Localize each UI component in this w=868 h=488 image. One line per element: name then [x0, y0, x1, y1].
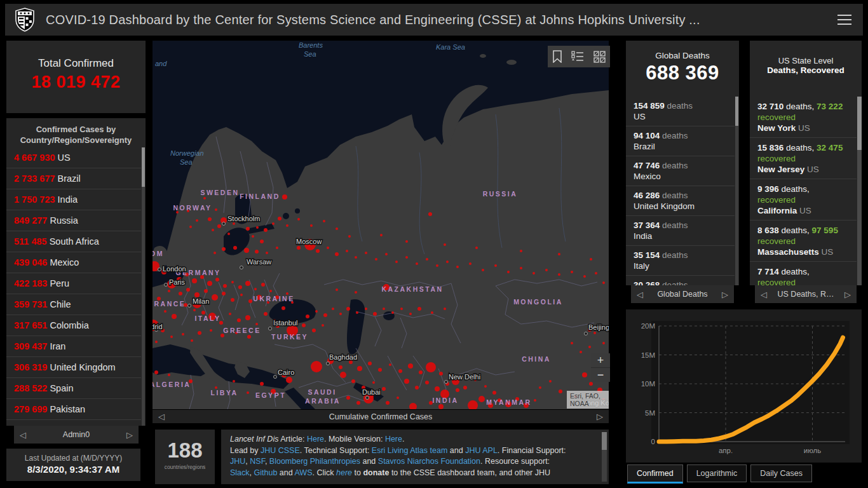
- case-dot[interactable]: [588, 346, 591, 348]
- global-deaths-list[interactable]: 154 859 deathsUS94 104 deathsBrazil47 74…: [626, 97, 735, 285]
- case-dot[interactable]: [385, 253, 388, 255]
- country-list[interactable]: 4 667 930 US2 733 677 Brazil1 750 723 In…: [6, 147, 141, 426]
- case-dot[interactable]: [231, 281, 234, 283]
- case-dot[interactable]: [428, 212, 432, 216]
- global-death-row[interactable]: 37 364 deathsIndia: [626, 216, 735, 246]
- info-link[interactable]: JHU: [230, 457, 245, 466]
- case-dot[interactable]: [245, 315, 250, 320]
- case-dot[interactable]: [193, 309, 196, 311]
- case-dot[interactable]: [231, 298, 234, 302]
- case-dot[interactable]: [431, 311, 433, 314]
- info-link[interactable]: Slack: [230, 468, 250, 477]
- global-death-row[interactable]: 30 268 deaths: [626, 276, 735, 285]
- case-dot[interactable]: [415, 386, 419, 390]
- case-dot[interactable]: [539, 386, 541, 389]
- case-dot[interactable]: [520, 250, 522, 252]
- case-dot[interactable]: [335, 252, 339, 256]
- case-dot[interactable]: [484, 385, 487, 388]
- basemap-grid-icon[interactable]: [593, 51, 606, 63]
- case-dot[interactable]: [444, 243, 446, 246]
- case-dot[interactable]: [378, 368, 382, 372]
- case-dot[interactable]: [261, 283, 265, 287]
- case-dot[interactable]: [214, 252, 216, 254]
- case-dot[interactable]: [217, 224, 221, 228]
- us-list-scrollbar[interactable]: [857, 97, 862, 285]
- case-dot[interactable]: [365, 308, 367, 310]
- case-dot[interactable]: [332, 308, 334, 310]
- case-dot[interactable]: [469, 262, 471, 265]
- case-dot[interactable]: [215, 278, 219, 281]
- case-dot[interactable]: [254, 288, 257, 290]
- case-dot[interactable]: [286, 224, 288, 227]
- prev-arrow-icon[interactable]: ◁: [755, 290, 773, 299]
- case-dot[interactable]: [346, 307, 350, 311]
- case-dot[interactable]: [311, 361, 322, 372]
- case-dot[interactable]: [312, 329, 316, 332]
- info-link[interactable]: JHU APL: [465, 446, 498, 455]
- case-dot[interactable]: [276, 247, 278, 249]
- case-dot[interactable]: [208, 217, 212, 221]
- case-dot[interactable]: [346, 250, 348, 252]
- us-state-row[interactable]: 15 836 deaths, 32 475recoveredNew Jersey…: [750, 138, 857, 179]
- case-dot[interactable]: [203, 197, 206, 200]
- case-dot[interactable]: [494, 264, 497, 267]
- case-dot[interactable]: [179, 292, 182, 295]
- case-dot[interactable]: [168, 374, 170, 376]
- case-dot[interactable]: [602, 342, 605, 344]
- case-dot[interactable]: [534, 399, 536, 402]
- info-link[interactable]: Here: [385, 435, 402, 444]
- case-dot[interactable]: [520, 267, 522, 269]
- case-dot[interactable]: [380, 234, 383, 236]
- case-dot[interactable]: [340, 372, 346, 378]
- info-link[interactable]: Stavros Niarchos Foundation: [378, 457, 480, 466]
- case-dot[interactable]: [426, 258, 428, 261]
- case-dot[interactable]: [302, 323, 306, 327]
- case-dot[interactable]: [154, 370, 158, 374]
- case-dot[interactable]: [182, 333, 184, 336]
- global-death-row[interactable]: 35 154 deathsItaly: [626, 246, 735, 276]
- case-dot[interactable]: [247, 335, 251, 339]
- global-deaths-nav-label[interactable]: Global Deaths: [649, 290, 716, 299]
- case-dot[interactable]: [416, 262, 418, 265]
- case-dot[interactable]: [310, 224, 313, 227]
- case-dot[interactable]: [212, 229, 214, 231]
- case-dot[interactable]: [545, 269, 548, 271]
- case-dot[interactable]: [316, 249, 320, 253]
- info-link[interactable]: Esri Living Atlas team: [372, 446, 448, 455]
- case-dot[interactable]: [583, 275, 586, 278]
- case-dot[interactable]: [571, 271, 573, 273]
- case-dot[interactable]: [172, 314, 177, 319]
- case-dot[interactable]: [559, 390, 562, 393]
- case-dot[interactable]: [439, 372, 443, 376]
- case-dot[interactable]: [286, 377, 292, 383]
- us-deaths-nav-label[interactable]: US Deaths, R…: [773, 290, 839, 299]
- case-dot[interactable]: [419, 370, 423, 374]
- case-dot[interactable]: [372, 381, 375, 384]
- country-row[interactable]: 309 437 Iran: [6, 336, 141, 357]
- case-dot[interactable]: [256, 226, 259, 229]
- info-link[interactable]: AWS: [295, 468, 313, 477]
- country-row[interactable]: 4 667 930 US: [6, 147, 141, 168]
- info-link[interactable]: JHU CSSE: [261, 446, 300, 455]
- case-dot[interactable]: [425, 381, 429, 384]
- info-link[interactable]: Here: [307, 435, 324, 444]
- chart-tab-logarithmic[interactable]: Logarithmic: [687, 464, 747, 482]
- case-dot[interactable]: [204, 289, 208, 293]
- country-row[interactable]: 439 046 Mexico: [6, 252, 141, 273]
- case-dot[interactable]: [400, 308, 403, 310]
- prev-arrow-icon[interactable]: ◁: [14, 430, 32, 440]
- case-dot[interactable]: [215, 208, 217, 211]
- case-dot[interactable]: [168, 290, 170, 292]
- global-death-row[interactable]: 47 746 deathsMexico: [626, 156, 735, 186]
- global-death-row[interactable]: 154 859 deathsUS: [626, 97, 735, 126]
- case-dot[interactable]: [355, 291, 357, 294]
- map-layer-label[interactable]: Cumulative Confirmed Cases: [170, 412, 591, 421]
- case-dot[interactable]: [327, 247, 329, 249]
- case-dot[interactable]: [192, 278, 197, 283]
- case-dot[interactable]: [297, 246, 301, 250]
- info-link[interactable]: Bloomberg Philanthropies: [269, 457, 360, 466]
- case-dot[interactable]: [278, 217, 281, 220]
- case-dot[interactable]: [245, 281, 250, 286]
- case-dot[interactable]: [346, 396, 350, 400]
- us-state-row[interactable]: 7 714 deaths, recoveredIllinois US: [750, 262, 857, 285]
